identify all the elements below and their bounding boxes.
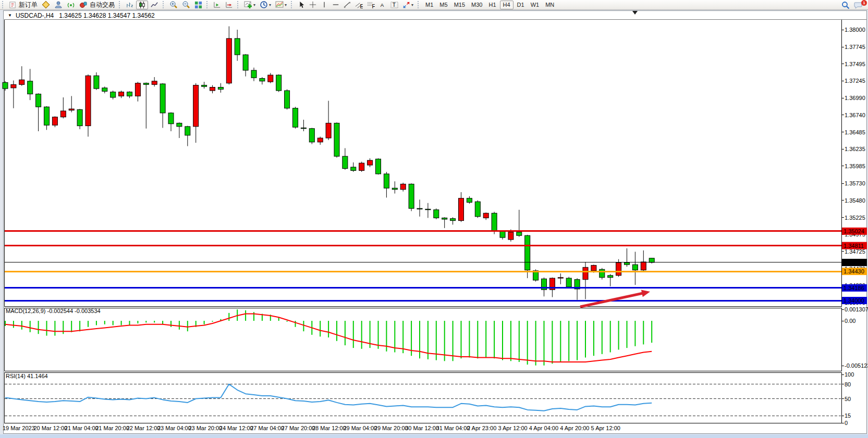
main-toolbar: 新订单 自动交易 [0,0,868,10]
toolbar-grip[interactable] [119,1,121,8]
rsi-tick-label: 15 [845,412,851,419]
templates-button[interactable]: ▾ [274,1,288,9]
cursor-button[interactable] [296,1,307,9]
candle-bullish [326,123,331,138]
candle-bearish [28,81,33,94]
candle-bearish [343,156,348,168]
candle-bearish [475,202,480,217]
price-tick-label: 1.37245 [845,78,865,84]
chat-button[interactable]: 1 [852,1,864,9]
indicators-button[interactable]: ▾ [242,1,257,9]
candle-bearish [517,232,522,236]
text-label-icon: T [390,1,398,9]
price-tick-label: 1.36485 [845,129,865,135]
rsi-tick-label: 0 [845,420,848,426]
fibonacci-button[interactable]: F [365,1,376,9]
trendline-button[interactable] [342,1,352,9]
price-tick-label: 1.36235 [845,146,865,152]
auto-scroll-button[interactable] [212,1,223,9]
signals-button[interactable] [65,1,77,9]
dropdown-arrow-icon[interactable]: ▾ [411,3,413,7]
candle-bearish [102,88,107,92]
trend-arrow-head[interactable] [641,290,650,297]
time-axis-label: 27 Mar 04:00 [250,425,284,431]
candle-bearish [649,258,654,262]
timeframe-button-h1[interactable]: H1 [486,1,498,9]
market-button[interactable] [40,1,52,9]
chart-shift-marker[interactable] [632,11,638,15]
candle-bearish [608,276,613,278]
timeframe-button-mn[interactable]: MN [543,1,557,9]
vertical-line-button[interactable] [319,1,329,9]
toolbar-grip[interactable] [291,1,293,8]
chart-canvas[interactable]: 1.380001.377451.374951.372451.369901.367… [0,0,868,438]
chart-shift-button[interactable] [224,1,235,9]
candle-bearish [260,79,265,81]
candle-bullish [135,83,140,96]
rsi-tick-label: 50 [845,396,851,402]
toolbar-grip[interactable] [2,1,4,8]
autotrade-label: 自动交易 [90,1,115,9]
dropdown-arrow-icon[interactable]: ▾ [253,3,255,7]
timeframe-button-h4[interactable]: H4 [500,1,514,9]
macd-tick-label: 0.001307 [845,306,868,312]
candlestick-chart-button[interactable] [136,1,148,9]
timeframe-button-m15[interactable]: M15 [451,1,468,9]
text-label-button[interactable]: T [389,1,400,9]
timeframe-group: M1M5M15M30H1H4D1W1MN [422,1,557,9]
channel-button[interactable]: E [353,1,364,9]
candle-bearish [143,83,149,85]
candle-bullish [616,262,621,276]
timeframe-button-w1[interactable]: W1 [528,1,542,9]
new-order-label: 新订单 [19,1,38,9]
line-chart-button[interactable] [149,1,160,9]
new-order-button[interactable]: 新订单 [7,1,39,9]
candle-bullish [368,160,373,165]
svg-text:F: F [372,4,375,9]
time-axis-label: 19 Mar 2023 [3,425,35,431]
candle-bearish [243,55,248,70]
timeframe-button-m5[interactable]: M5 [437,1,450,9]
toolbar-grip[interactable] [163,1,165,8]
svg-text:E: E [360,4,363,9]
time-axis-label: 3 Apr 12:00 [498,425,527,431]
timeframe-button-m1[interactable]: M1 [423,1,436,9]
candle-bearish [450,219,456,221]
tile-windows-button[interactable] [193,1,204,9]
candle-bearish [492,213,497,231]
time-axis-label: 21 Mar 20:00 [95,425,129,431]
toolbar-grip[interactable] [418,1,420,8]
candle-bearish [36,94,41,107]
timeframe-button-m30[interactable]: M30 [469,1,485,9]
timeframe-button-d1[interactable]: D1 [515,1,527,9]
search-button[interactable] [840,1,851,9]
candle-bullish [119,92,124,96]
candle-bearish [293,108,298,127]
periods-button[interactable]: ▾ [258,1,273,9]
toolbar-grip[interactable] [237,1,239,8]
crosshair-button[interactable] [308,1,318,9]
text-button[interactable]: A [377,1,388,9]
candle-bullish [591,265,596,270]
community-button[interactable] [53,1,64,9]
candle-bullish [558,278,563,278]
arrows-button[interactable]: ▾ [401,1,415,9]
candle-bearish [202,85,207,87]
time-axis-label: 30 Mar 12:00 [405,425,439,431]
zoom-out-button[interactable] [180,1,192,9]
time-axis-label: 2 Apr 23:00 [467,425,496,431]
toolbar-grip[interactable] [206,1,209,8]
zoom-in-icon [169,1,178,9]
candle-bearish [376,159,381,174]
bar-chart-button[interactable] [124,1,135,9]
main-pane-border [4,19,841,306]
candle-bearish [334,123,339,156]
horizontal-line-button[interactable] [331,1,341,9]
zoom-in-button[interactable] [168,1,179,9]
time-axis-label: 4 Apr 04:00 [529,425,558,431]
new-order-icon [9,1,17,9]
dropdown-arrow-icon[interactable]: ▾ [269,3,271,7]
dropdown-arrow-icon[interactable]: ▾ [285,3,287,7]
candle-bearish [467,198,472,203]
autotrade-button[interactable]: 自动交易 [78,1,116,9]
